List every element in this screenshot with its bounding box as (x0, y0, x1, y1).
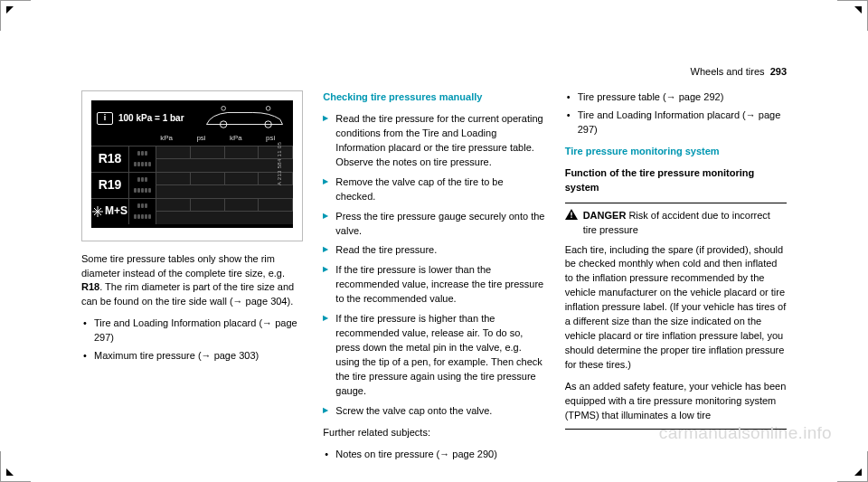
tire-pressure-figure: A 213 584 11 05 100 kPa = 1 bar kPa (81, 90, 303, 241)
list-item: Tire and Loading Information placard (→ … (81, 317, 303, 345)
page-content: A 213 584 11 05 100 kPa = 1 bar kPa (81, 90, 787, 469)
placard-row-r19: R19 (91, 172, 293, 198)
car-icon (202, 106, 288, 131)
body-paragraph: Further related subjects: (323, 426, 544, 440)
danger-heading: DANGER Risk of accident due to incorrect… (583, 209, 787, 238)
placard-row-r18: R18 (91, 146, 293, 172)
rim-label: R19 (91, 173, 129, 198)
section-heading: Checking tire pressures manually (323, 90, 544, 105)
step-item: Screw the valve cap onto the valve. (323, 404, 544, 419)
bullet-list: Tire and Loading Information placard (→ … (81, 317, 303, 364)
svg-rect-4 (571, 212, 571, 215)
danger-paragraph: Each tire, including the spare (if provi… (565, 243, 787, 373)
manual-icon (97, 112, 113, 125)
watermark: carmanualsonline.info (659, 421, 832, 446)
crop-mark-bl (0, 451, 31, 482)
column-3: Tire pressure table (→ page 292) Tire an… (565, 90, 787, 469)
crop-mark-tr (837, 0, 868, 31)
bullet-list: Tire pressure table (→ page 292) Tire an… (565, 90, 787, 137)
step-item: If the tire pressure is higher than the … (323, 312, 544, 399)
crop-mark-br (837, 451, 868, 482)
column-1: A 213 584 11 05 100 kPa = 1 bar kPa (81, 90, 303, 469)
load-icon (129, 199, 156, 224)
step-item: If the tire pressure is lower than the r… (323, 263, 544, 307)
load-icon (129, 146, 156, 172)
body-paragraph: Some tire pressure tables only show the … (81, 252, 303, 310)
subheading: Function of the tire pressure monitoring… (565, 166, 787, 195)
snowflake-icon (92, 206, 103, 217)
svg-point-3 (267, 106, 271, 110)
bullet-list: Notes on tire pressure (→ page 290) (323, 448, 544, 462)
page-number: 293 (770, 66, 787, 77)
unit-kpa: kPa (149, 133, 184, 144)
rim-label: M+S (91, 199, 129, 224)
list-item: Tire and Loading Information placard (→ … (565, 109, 787, 137)
column-2: Checking tire pressures manually Read th… (323, 90, 544, 469)
section-name: Wheels and tires (691, 66, 765, 77)
svg-point-2 (222, 106, 226, 110)
step-item: Remove the valve cap of the tire to be c… (323, 175, 544, 204)
list-item: Notes on tire pressure (→ page 290) (323, 448, 544, 462)
step-item: Read the tire pressure. (323, 243, 544, 258)
page-ref: → page 290 (439, 449, 494, 459)
page-ref: → page 304 (233, 296, 288, 307)
rim-label: R18 (91, 146, 129, 172)
list-item: Maximum tire pressure (→ page 303) (81, 349, 303, 364)
figure-code-side: A 213 584 11 05 (276, 142, 284, 185)
unit-kpa: kPa (219, 133, 253, 144)
list-item: Tire pressure table (→ page 292) (565, 90, 787, 105)
section-heading: Tire pressure monitoring system (565, 145, 787, 159)
tire-placard: A 213 584 11 05 100 kPa = 1 bar kPa (91, 100, 293, 228)
step-item: Press the tire pressure gauge securely o… (323, 210, 544, 239)
step-item: Read the tire pressure for the current o… (323, 112, 544, 170)
page-ref: → page 292 (666, 91, 721, 102)
unit-psi: psi (184, 133, 218, 144)
crop-mark-tl (0, 0, 31, 31)
placard-row-ms: M+S (91, 198, 293, 224)
danger-paragraph: As an added safety feature, your vehicle… (565, 380, 787, 423)
step-list: Read the tire pressure for the current o… (323, 112, 544, 419)
load-icon (129, 173, 156, 198)
running-header: Wheels and tires 293 (691, 65, 787, 80)
page-ref: → page 303 (202, 350, 256, 361)
svg-rect-5 (571, 216, 571, 217)
warning-icon (565, 209, 578, 220)
unit-psi: psi (253, 133, 288, 144)
danger-box: DANGER Risk of accident due to incorrect… (565, 203, 787, 430)
conversion-text: 100 kPa = 1 bar (118, 112, 184, 126)
